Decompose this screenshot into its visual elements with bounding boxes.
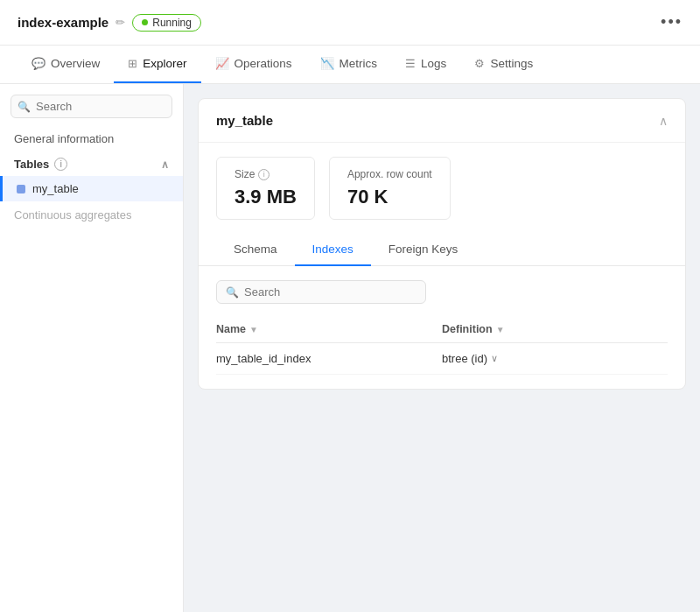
sidebar-search-input[interactable] — [10, 95, 172, 118]
table-card-title: my_table — [216, 113, 273, 128]
tables-info-icon: i — [54, 158, 67, 171]
stat-size-label: Size i — [234, 168, 297, 180]
tab-overview[interactable]: 💬 Overview — [18, 46, 114, 83]
table-card-header: my_table ∧ — [199, 99, 685, 143]
app-title: index-example — [18, 15, 108, 30]
logs-icon: ☰ — [405, 57, 416, 70]
name-sort-icon: ▼ — [249, 325, 258, 334]
col-header-definition-inner[interactable]: Definition ▼ — [442, 323, 668, 335]
tab-logs[interactable]: ☰ Logs — [391, 46, 460, 83]
col-header-definition: Definition ▼ — [442, 316, 668, 343]
sidebar-search-wrapper-outer: 🔍 — [0, 84, 183, 125]
inner-tab-foreign-keys[interactable]: Foreign Keys — [371, 234, 476, 266]
inner-tab-indexes[interactable]: Indexes — [295, 234, 371, 266]
top-bar: index-example ✏ Running ••• — [0, 0, 700, 46]
def-chevron-icon[interactable]: ∨ — [491, 353, 498, 364]
stat-rowcount-card: Approx. row count 70 K — [329, 157, 451, 220]
table-item-label: my_table — [32, 182, 79, 195]
edit-icon[interactable]: ✏ — [116, 16, 125, 29]
collapse-icon[interactable]: ∧ — [659, 114, 668, 128]
tables-chevron-icon[interactable]: ∧ — [161, 158, 169, 171]
tab-metrics-label: Metrics — [340, 57, 378, 70]
col-header-name-inner[interactable]: Name ▼ — [216, 323, 442, 335]
table-card: my_table ∧ Size i 3.9 MB Approx. row cou… — [198, 98, 686, 390]
row-name-cell: my_table_id_index — [216, 343, 442, 375]
sidebar-search-wrapper: 🔍 — [10, 95, 172, 118]
col-header-name: Name ▼ — [216, 316, 442, 343]
overview-icon: 💬 — [32, 57, 46, 70]
index-table-wrapper: 🔍 Name ▼ — [199, 266, 685, 389]
tab-explorer[interactable]: ⊞ Explorer — [114, 46, 200, 83]
stat-rowcount-value: 70 K — [347, 186, 432, 208]
sidebar-item-my-table[interactable]: my_table — [0, 176, 183, 201]
definition-sort-icon: ▼ — [496, 325, 505, 334]
def-cell: btree (id) ∨ — [442, 352, 668, 365]
status-badge: Running — [132, 14, 201, 32]
inner-tab-schema[interactable]: Schema — [216, 234, 295, 266]
tables-section-left: Tables i — [14, 158, 67, 171]
tab-operations-label: Operations — [234, 57, 292, 70]
inner-tabs: Schema Indexes Foreign Keys — [199, 234, 685, 266]
explorer-icon: ⊞ — [128, 57, 137, 70]
main-layout: 🔍 General information Tables i ∧ my_tabl… — [0, 84, 700, 612]
index-search-input[interactable] — [244, 285, 416, 299]
tab-overview-label: Overview — [51, 57, 100, 70]
stat-size-value: 3.9 MB — [234, 186, 297, 208]
row-definition-cell: btree (id) ∨ — [442, 343, 668, 375]
top-bar-left: index-example ✏ Running — [18, 14, 201, 32]
status-label: Running — [152, 17, 192, 29]
sidebar: 🔍 General information Tables i ∧ my_tabl… — [0, 84, 184, 612]
sidebar-continuous-aggregates[interactable]: Continuous aggregates — [0, 201, 183, 229]
metrics-icon: 📉 — [320, 57, 334, 70]
table-color-box — [17, 185, 25, 193]
index-search-icon: 🔍 — [226, 286, 239, 299]
tab-settings-label: Settings — [490, 57, 533, 70]
tab-settings[interactable]: ⚙ Settings — [460, 46, 547, 83]
stats-row: Size i 3.9 MB Approx. row count 70 K — [199, 143, 685, 234]
sidebar-section-header-tables: Tables i ∧ — [0, 152, 183, 176]
tab-explorer-label: Explorer — [143, 57, 186, 70]
settings-icon: ⚙ — [474, 57, 485, 70]
nav-tabs: 💬 Overview ⊞ Explorer 📈 Operations 📉 Met… — [0, 46, 700, 84]
tab-logs-label: Logs — [421, 57, 446, 70]
stat-size-card: Size i 3.9 MB — [216, 157, 315, 220]
index-table: Name ▼ Definition ▼ — [216, 316, 668, 375]
tab-operations[interactable]: 📈 Operations — [201, 46, 306, 83]
tab-metrics[interactable]: 📉 Metrics — [306, 46, 392, 83]
more-menu-icon[interactable]: ••• — [661, 13, 682, 32]
status-dot — [142, 19, 148, 25]
sidebar-item-general[interactable]: General information — [0, 125, 183, 152]
tables-label: Tables — [14, 158, 49, 171]
size-info-icon: i — [258, 169, 270, 180]
sidebar-search-icon: 🔍 — [18, 101, 31, 113]
operations-icon: 📈 — [215, 57, 229, 70]
index-search-bar: 🔍 — [216, 280, 426, 304]
table-row: my_table_id_index btree (id) ∨ — [216, 343, 668, 375]
content-area: my_table ∧ Size i 3.9 MB Approx. row cou… — [184, 84, 700, 612]
stat-rowcount-label: Approx. row count — [347, 168, 432, 180]
